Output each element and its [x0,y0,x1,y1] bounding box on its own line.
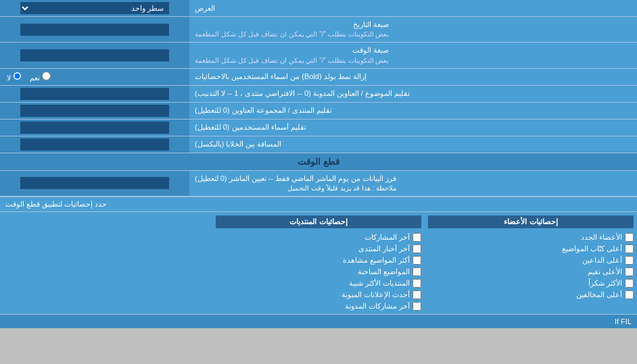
checkbox-classifieds[interactable] [412,290,421,299]
checkbox-most-viewed[interactable] [412,256,421,265]
stats-members-header: إحصائيات الأعضاء [428,215,634,228]
forum-trim-input-cell: 33 [0,103,189,119]
checkbox-hot-topics[interactable] [412,267,421,276]
bold-remove-input-cell: نعم لا [0,69,189,85]
bold-remove-row: إزالة نمط بولد (Bold) من اسماء المستخدمي… [0,69,637,86]
checkbox-item-top-inviters: أعلى الداعين [428,256,634,265]
bold-yes-radio[interactable] [42,72,51,80]
stats-forums-col: إحصائيات المنتديات آخر المشاركات آخر أخب… [216,215,421,311]
checkbox-most-similar[interactable] [412,279,421,288]
checkbox-item-last-posts: آخر المشاركات [216,233,421,242]
time-format-title: صيغة الوقت [195,45,389,55]
bold-no-radio[interactable] [13,72,22,80]
checkbox-top-authors[interactable] [625,244,634,253]
checkbox-item-forum-news: آخر أخبار المنتدى [216,244,421,253]
time-format-label: صيغة الوقت بعض التكوينات يتطلب "/" التي … [189,43,637,68]
checkbox-item-top-rated: الأعلى تقيم [428,267,634,276]
checkbox-item-hot-topics: المواضيع الساخنة [216,267,421,276]
display-mode-cell: سطر واحد سطرين ثلاثة أسطر [0,0,189,16]
date-format-input-cell: d-m [0,17,189,42]
realtime-fetch-label: فرز البيانات من يوم الماشر الماضي فقط --… [189,171,637,196]
checkbox-new-members[interactable] [625,233,634,242]
realtime-section-header: قطع الوقت [0,153,637,171]
stats-apply-row: حدد إحصائيات لتطبيق قطع الوقت [0,197,637,212]
bold-yes-label: نعم [30,72,51,82]
date-format-label: صيغة التاريخ بعض التكوينات يتطلب "/" الت… [189,17,637,42]
checkboxes-section: إحصائيات الأعضاء الأعضاء الجدد أعلى كتّا… [0,212,637,314]
checkbox-item-most-thanked: الأكثر شكراً [428,279,634,288]
bottom-bar: If FIL [0,314,637,328]
checkbox-item-most-similar: المنتديات الأكثر شبية [216,279,421,288]
checkbox-item-most-viewed: أكثر المواضيع مشاهدة [216,256,421,265]
checkbox-blog-posts[interactable] [412,302,421,311]
username-trim-row: تقليم أسماء المستخدمين (0 للتعطيل) 0 [0,120,637,136]
cell-spacing-row: المسافة بين الخلايا (بالبكسل) 2 [0,136,637,153]
header-row: العرض سطر واحد سطرين ثلاثة أسطر [0,0,637,17]
display-mode-select[interactable]: سطر واحد سطرين ثلاثة أسطر [20,2,169,14]
realtime-fetch-row: فرز البيانات من يوم الماشر الماضي فقط --… [0,171,637,197]
username-trim-label: تقليم أسماء المستخدمين (0 للتعطيل) [189,120,637,136]
realtime-fetch-note: ملاحظة : هذا قد يزيد قليلاً وقت التحميل [195,184,396,193]
checkbox-item-blog-posts: آخر مشاركات المدونة [216,302,421,311]
stats-apply-label: حدد إحصائيات لتطبيق قطع الوقت [0,197,637,211]
forum-trim-input[interactable]: 33 [20,105,169,117]
main-container: العرض سطر واحد سطرين ثلاثة أسطر صيغة الت… [0,0,637,328]
checkbox-item-top-violators: أعلى المخالفين [428,290,634,299]
realtime-fetch-input-cell: 0 [0,171,189,196]
checkbox-last-posts[interactable] [412,233,421,242]
bold-remove-label: إزالة نمط بولد (Bold) من اسماء المستخدمي… [189,69,637,85]
topic-trim-row: تقليم الموضوع / العناوين المدونة (0 -- ا… [0,86,637,103]
username-trim-input-cell: 0 [0,120,189,136]
bold-no-label: لا [7,72,22,82]
topic-trim-input[interactable]: 33 [20,88,169,100]
date-format-input[interactable]: d-m [20,24,169,36]
time-format-sublabel: بعض التكوينات يتطلب "/" التي يمكن ان تضا… [195,56,389,66]
checkbox-forum-news[interactable] [412,244,421,253]
topic-trim-label: تقليم الموضوع / العناوين المدونة (0 -- ا… [189,86,637,102]
checkbox-top-violators[interactable] [625,290,634,299]
checkbox-item-classifieds: أحدث الإعلانات المبوبة [216,290,421,299]
date-format-sublabel: بعض التكوينات يتطلب "/" التي يمكن ان تضا… [195,30,389,39]
realtime-fetch-input[interactable]: 0 [20,177,169,189]
realtime-fetch-title: فرز البيانات من يوم الماشر الماضي فقط --… [195,174,396,184]
time-format-input-cell: H:i [0,43,189,68]
checkbox-most-thanked[interactable] [625,279,634,288]
cell-spacing-input[interactable]: 2 [20,138,169,151]
bottom-text: If FIL [615,317,632,326]
checkbox-top-rated[interactable] [625,267,634,276]
checkbox-item-new-members: الأعضاء الجدد [428,233,634,242]
forum-trim-label: تقليم المنتدى / المجموعة العناوين (0 للت… [189,103,637,119]
stats-members-col: إحصائيات الأعضاء الأعضاء الجدد أعلى كتّا… [428,215,634,311]
display-label: العرض [189,0,637,16]
username-trim-input[interactable]: 0 [20,122,169,134]
topic-trim-input-cell: 33 [0,86,189,102]
forum-trim-row: تقليم المنتدى / المجموعة العناوين (0 للت… [0,103,637,120]
stats-empty-col [3,215,209,311]
cell-spacing-input-cell: 2 [0,136,189,153]
checkbox-item-top-authors: أعلى كتّاب المواضيع [428,244,634,253]
stats-forums-header: إحصائيات المنتديات [216,215,421,228]
checkbox-top-inviters[interactable] [625,256,634,265]
date-format-row: صيغة التاريخ بعض التكوينات يتطلب "/" الت… [0,17,637,43]
time-format-row: صيغة الوقت بعض التكوينات يتطلب "/" التي … [0,43,637,68]
date-format-title: صيغة التاريخ [195,20,389,30]
time-format-input[interactable]: H:i [20,49,169,61]
cell-spacing-label: المسافة بين الخلايا (بالبكسل) [189,136,637,153]
